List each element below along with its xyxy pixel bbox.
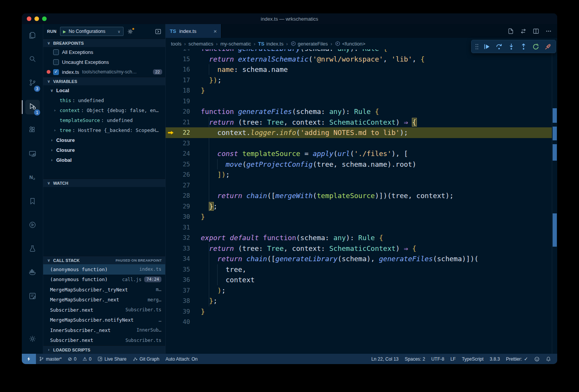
code-text[interactable]: ); [201, 285, 552, 296]
titlebar[interactable]: index.ts — wrkschematics [22, 13, 557, 24]
gutter-glyph-margin[interactable] [166, 106, 176, 117]
call-stack-frame[interactable]: MergeMapSubscriber.notifyNext… [43, 315, 165, 325]
code-line[interactable]: 35 tree, [166, 264, 552, 275]
variables-scope[interactable]: ›Closure [43, 135, 165, 145]
eol-sequence[interactable]: LF [447, 354, 459, 364]
line-number[interactable]: 24 [176, 148, 190, 159]
code-line[interactable]: 40 [166, 317, 552, 327]
tab-index-ts[interactable]: TS index.ts × [166, 24, 221, 38]
line-number[interactable]: 21 [176, 117, 190, 128]
language-mode[interactable]: TypeScript [459, 354, 487, 364]
gutter-glyph-margin[interactable] [166, 317, 176, 327]
gutter-glyph-margin[interactable] [166, 306, 176, 317]
warning-count[interactable]: ⚠0 [80, 354, 94, 364]
gutter-glyph-margin[interactable] [166, 264, 176, 275]
gutter-glyph-margin[interactable] [166, 296, 176, 306]
prettier-status[interactable]: Prettier:✓ [503, 354, 531, 364]
code-line[interactable]: 28 return chain([mergeWith(templateSourc… [166, 190, 552, 201]
remote-indicator[interactable] [22, 354, 36, 364]
line-number[interactable]: 22 [176, 127, 190, 138]
overview-ruler[interactable] [552, 49, 557, 354]
line-number[interactable]: 32 [176, 233, 190, 243]
activity-search[interactable] [22, 48, 43, 72]
code-text[interactable]: return (tree: Tree, context: SchematicCo… [201, 117, 552, 128]
code-text[interactable]: context [201, 275, 552, 285]
activity-source-control[interactable]: 3 [22, 72, 43, 95]
code-line[interactable]: 31 [166, 222, 552, 233]
breadcrumb-item[interactable]: tools [171, 41, 181, 47]
code-text[interactable] [201, 180, 552, 191]
open-debug-console-button[interactable] [155, 28, 161, 35]
code-line[interactable]: 33 return (tree: Tree, context: Schemati… [166, 243, 552, 254]
disconnect-button[interactable] [542, 41, 554, 52]
code-text[interactable]: move(getProjectConfig(tree, schema.name)… [201, 159, 552, 170]
line-number[interactable]: 16 [176, 64, 190, 75]
drag-handle-icon[interactable] [473, 41, 480, 52]
code-text[interactable]: ]); [201, 169, 552, 180]
line-number[interactable]: 37 [176, 285, 190, 296]
variables-scope[interactable]: ›Global [43, 155, 165, 165]
breadcrumb-item[interactable]: my-schematic [220, 41, 251, 47]
code-text[interactable]: } [201, 85, 552, 96]
code-line[interactable]: 20function generateFiles(schema: any): R… [166, 106, 552, 117]
notifications-bell[interactable] [543, 354, 554, 364]
line-number[interactable]: 17 [176, 75, 190, 86]
breakpoint-row[interactable]: All Exceptions [43, 47, 165, 57]
step-out-button[interactable] [518, 41, 529, 52]
step-over-button[interactable] [493, 41, 505, 52]
encoding[interactable]: UTF-8 [428, 354, 447, 364]
section-header-variables[interactable]: ∨ VARIABLES [43, 77, 165, 85]
live-share-status[interactable]: Live Share [94, 354, 129, 364]
call-stack-frame[interactable]: Subscriber.nextSubscriber.ts [43, 305, 165, 315]
code-line[interactable]: 38 }; [166, 296, 552, 306]
code-line[interactable]: 24 const templateSource = apply(url('./f… [166, 148, 552, 159]
gutter-glyph-margin[interactable] [166, 54, 176, 65]
activity-nx-console[interactable]: N≥ [22, 166, 43, 190]
gutter-glyph-margin[interactable] [166, 159, 176, 170]
gutter-glyph-margin[interactable] [166, 148, 176, 159]
code-text[interactable]: } [201, 211, 552, 222]
breadcrumb-item[interactable]: generateFiles [291, 41, 328, 47]
gutter-glyph-margin[interactable] [166, 211, 176, 222]
code-line[interactable]: 15 return externalSchematic('@nrwl/works… [166, 54, 552, 65]
line-number[interactable]: 30 [176, 211, 190, 222]
variables-scope-local[interactable]: ∨Local [43, 85, 165, 95]
line-number[interactable]: 39 [176, 306, 190, 317]
gutter-glyph-margin[interactable] [166, 169, 176, 180]
code-text[interactable]: export default function(schema: any): Ru… [201, 233, 552, 243]
error-count[interactable]: ⊘0 [65, 354, 80, 364]
code-text[interactable]: tree, [201, 264, 552, 275]
line-number[interactable]: 35 [176, 264, 190, 275]
code-line[interactable]: 30} [166, 211, 552, 222]
section-header-call-stack[interactable]: ∨ CALL STACK PAUSED ON BREAKPOINT [43, 256, 165, 264]
code-text[interactable]: context.logger.info('adding NOTES.md to … [201, 127, 552, 138]
variable-row[interactable]: this: undefined [43, 95, 165, 105]
gutter-glyph-margin[interactable] [166, 180, 176, 191]
gutter-glyph-margin[interactable] [166, 190, 176, 201]
call-stack-frame[interactable]: Subscriber.nextSubscriber.ts [43, 335, 165, 346]
activity-testing[interactable] [22, 237, 43, 261]
code-line[interactable]: 37 ); [166, 285, 552, 296]
line-number[interactable]: 20 [176, 106, 190, 117]
section-header-loaded-scripts[interactable]: › LOADED SCRIPTS [43, 345, 165, 354]
gutter-glyph-margin[interactable] [166, 275, 176, 285]
variable-row[interactable]: ›tree: HostTree {_backend: ScopedH… [43, 125, 165, 135]
line-number[interactable]: 33 [176, 243, 190, 254]
code-line[interactable]: 23 [166, 138, 552, 149]
line-number[interactable]: 18 [176, 85, 190, 96]
gutter-glyph-margin[interactable] [166, 201, 176, 212]
line-number[interactable]: 38 [176, 296, 190, 306]
code-line[interactable]: 16 name: schema.name [166, 64, 552, 75]
code-text[interactable]: function generateFiles(schema: any): Rul… [201, 106, 552, 117]
code-line[interactable]: 34 return chain([generateLibrary(schema)… [166, 254, 552, 264]
section-header-breakpoints[interactable]: ∨ BREAKPOINTS [43, 39, 165, 47]
gutter-glyph-margin[interactable] [166, 222, 176, 233]
gutter-glyph-margin[interactable] [166, 85, 176, 96]
breakpoint-row[interactable]: index.tstools/schematics/my-sch…22 [43, 67, 165, 77]
gutter-glyph-margin[interactable] [166, 254, 176, 264]
gutter-glyph-margin[interactable] [166, 75, 176, 86]
gutter-glyph-margin[interactable] [166, 96, 176, 107]
line-number[interactable]: 26 [176, 169, 190, 180]
code-text[interactable]: } [201, 306, 552, 317]
code-line[interactable]: 26 ]); [166, 169, 552, 180]
